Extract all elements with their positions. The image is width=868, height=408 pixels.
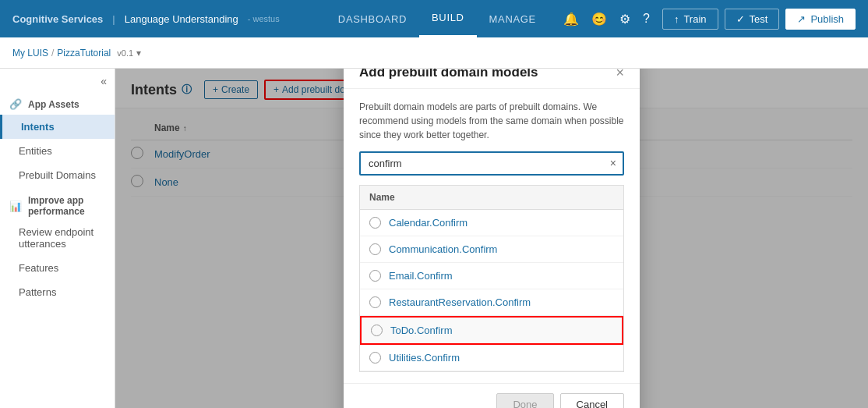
modal-body: Prebuilt domain models are parts of preb… [344, 89, 640, 383]
nav-tabs: DASHBOARD BUILD MANAGE [326, 0, 549, 37]
list-item-utilities-confirm[interactable]: Utilities.Confirm [360, 345, 623, 371]
top-nav: Cognitive Services | Language Understand… [0, 0, 868, 37]
list-item-todo-confirm[interactable]: ToDo.Confirm [360, 316, 623, 345]
search-input[interactable] [361, 153, 604, 174]
test-icon: ✓ [736, 13, 745, 25]
sidebar-entities-label: Entities [19, 145, 52, 157]
modal-search: × [359, 151, 624, 176]
sidebar-item-review[interactable]: Review endpoint utterances [0, 220, 115, 256]
improve-icon: 📊 [9, 200, 22, 212]
publish-icon: ↗ [797, 13, 806, 25]
publish-label: Publish [810, 13, 844, 25]
modal-description: Prebuilt domain models are parts of preb… [359, 100, 624, 142]
item-label-calendar-confirm: Calendar.Confirm [389, 217, 468, 229]
modal-title: Add prebuilt domain models [359, 69, 538, 80]
radio-todo-confirm [371, 325, 383, 336]
done-button[interactable]: Done [496, 393, 553, 409]
list-header-label: Name [369, 192, 395, 203]
item-label-todo-confirm: ToDo.Confirm [390, 325, 452, 336]
modal-list: Name Calendar.Confirm Communication.Conf… [359, 185, 624, 372]
test-button[interactable]: ✓ Test [725, 9, 780, 30]
brand-separator: | [112, 13, 115, 25]
sidebar-improve-label: Improve app performance [28, 195, 105, 217]
radio-restaurant-confirm [369, 296, 381, 308]
sidebar-item-prebuilt-domains[interactable]: Prebuilt Domains [0, 163, 115, 187]
app-assets-icon: 🔗 [9, 98, 22, 110]
sidebar-item-features[interactable]: Features [0, 256, 115, 280]
action-buttons: ↑ Train ✓ Test ↗ Publish [662, 9, 856, 30]
nav-icons: 🔔 😊 ⚙ ? [563, 12, 650, 27]
tab-manage[interactable]: MANAGE [477, 0, 549, 37]
sidebar-item-patterns[interactable]: Patterns [0, 280, 115, 304]
list-item-calendar-confirm[interactable]: Calendar.Confirm [360, 210, 623, 236]
breadcrumb: My LUIS / PizzaTutorial v0.1 ▾ [12, 48, 141, 59]
notification-icon[interactable]: 🔔 [563, 12, 579, 27]
modal-close-button[interactable]: × [616, 69, 624, 80]
sub-nav: My LUIS / PizzaTutorial v0.1 ▾ [0, 37, 868, 69]
brand: Cognitive Services | Language Understand… [12, 13, 280, 25]
tab-build[interactable]: BUILD [419, 0, 477, 37]
help-icon[interactable]: ? [643, 12, 650, 26]
brand-app: Language Understanding [125, 13, 238, 25]
sidebar-item-intents[interactable]: Intents [0, 115, 115, 139]
sidebar-item-entities[interactable]: Entities [0, 139, 115, 163]
publish-button[interactable]: ↗ Publish [785, 9, 856, 30]
radio-communication-confirm [369, 243, 381, 255]
item-label-restaurant-confirm: RestaurantReservation.Confirm [389, 296, 531, 308]
sidebar-patterns-label: Patterns [19, 286, 56, 298]
content-area: Intents ⓘ + Create + Add prebuilt domain… [115, 69, 868, 408]
sidebar-app-assets-label: App Assets [28, 99, 79, 110]
train-icon: ↑ [674, 13, 679, 25]
version-label: v0.1 [117, 48, 133, 58]
breadcrumb-home[interactable]: My LUIS [12, 48, 48, 59]
list-item-communication-confirm[interactable]: Communication.Confirm [360, 236, 623, 263]
brand-region: - westus [248, 14, 280, 23]
sidebar-prebuilt-label: Prebuilt Domains [19, 169, 96, 181]
sidebar-item-improve: 📊 Improve app performance [0, 187, 115, 220]
test-label: Test [750, 13, 768, 25]
sidebar: « 🔗 App Assets Intents Entities Prebuilt… [0, 69, 115, 408]
version-chevron-icon[interactable]: ▾ [136, 48, 141, 59]
radio-utilities-confirm [369, 352, 381, 364]
modal-overlay: Add prebuilt domain models × Prebuilt do… [115, 69, 868, 408]
breadcrumb-app[interactable]: PizzaTutorial [57, 48, 111, 59]
breadcrumb-sep: / [51, 48, 54, 59]
sidebar-review-label: Review endpoint utterances [19, 226, 105, 250]
sidebar-item-app-assets: 🔗 App Assets [0, 94, 115, 115]
item-label-utilities-confirm: Utilities.Confirm [389, 352, 460, 364]
list-item-email-confirm[interactable]: Email.Confirm [360, 263, 623, 289]
settings-icon[interactable]: ⚙ [619, 12, 630, 27]
sidebar-intents-label: Intents [21, 121, 55, 133]
modal-dialog: Add prebuilt domain models × Prebuilt do… [344, 69, 640, 408]
sidebar-collapse: « [0, 69, 115, 94]
collapse-icon[interactable]: « [101, 75, 107, 87]
radio-email-confirm [369, 270, 381, 282]
sidebar-features-label: Features [19, 262, 58, 274]
item-label-communication-confirm: Communication.Confirm [389, 243, 497, 255]
train-button[interactable]: ↑ Train [662, 9, 718, 30]
list-item-restaurant-confirm[interactable]: RestaurantReservation.Confirm [360, 289, 623, 316]
main-layout: « 🔗 App Assets Intents Entities Prebuilt… [0, 69, 868, 408]
smiley-icon[interactable]: 😊 [591, 12, 607, 27]
radio-calendar-confirm [369, 217, 381, 229]
modal-list-header: Name [360, 186, 623, 210]
version: v0.1 ▾ [117, 48, 141, 59]
modal-footer: Done Cancel [344, 383, 640, 409]
cancel-button[interactable]: Cancel [560, 393, 624, 409]
clear-search-button[interactable]: × [604, 154, 623, 172]
brand-logo: Cognitive Services [12, 13, 103, 25]
modal-header: Add prebuilt domain models × [344, 69, 640, 89]
item-label-email-confirm: Email.Confirm [389, 270, 453, 282]
tab-dashboard[interactable]: DASHBOARD [326, 0, 419, 37]
train-label: Train [683, 13, 706, 25]
